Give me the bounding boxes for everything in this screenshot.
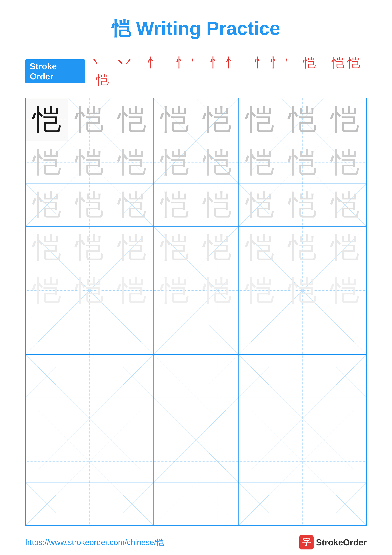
practice-char: 恺 [246, 234, 274, 262]
grid-cell[interactable] [68, 483, 111, 526]
grid-cell[interactable] [153, 440, 196, 483]
grid-cell[interactable]: 恺 [68, 184, 111, 226]
grid-cell[interactable] [281, 355, 324, 397]
grid-cell[interactable] [111, 483, 153, 526]
practice-char: 恺 [288, 105, 317, 134]
grid-cell[interactable] [281, 312, 324, 355]
stroke-order-chars: 丶 丷 忄 忄' 忄忄 忄忄' 恺 恺恺 恺 [90, 54, 379, 88]
grid-cell[interactable]: 恺 [324, 98, 366, 141]
grid-cell[interactable] [324, 440, 366, 483]
grid-cell[interactable]: 恺 [68, 269, 111, 312]
grid-cell[interactable]: 恺 [153, 184, 196, 226]
stroke-order-row: Stroke Order 丶 丷 忄 忄' 忄忄 忄忄' 恺 恺恺 恺 [25, 54, 379, 88]
grid-cell[interactable] [68, 355, 111, 397]
grid-cell[interactable]: 恺 [324, 226, 366, 269]
practice-char: 恺 [33, 276, 61, 305]
grid-cell[interactable]: 恺 [196, 184, 239, 226]
grid-cell[interactable]: 恺 [324, 184, 366, 226]
footer-logo: 字 StrokeOrder [299, 535, 367, 549]
practice-char: 恺 [161, 276, 189, 305]
grid-cell[interactable] [196, 440, 239, 483]
grid-cell[interactable] [196, 397, 239, 440]
practice-char: 恺 [161, 148, 189, 176]
grid-cell[interactable] [239, 483, 281, 526]
practice-char: 恺 [246, 148, 274, 176]
grid-cell[interactable]: 恺 [111, 141, 153, 184]
grid-cell[interactable]: 恺 [281, 141, 324, 184]
grid-cell[interactable]: 恺 [68, 98, 111, 141]
grid-cell[interactable] [111, 312, 153, 355]
grid-cell[interactable] [153, 355, 196, 397]
grid-cell[interactable] [111, 440, 153, 483]
grid-cell[interactable] [281, 483, 324, 526]
grid-cell[interactable]: 恺 [68, 141, 111, 184]
practice-char: 恺 [331, 234, 359, 262]
grid-cell[interactable]: 恺 [153, 226, 196, 269]
grid-cell[interactable] [324, 312, 366, 355]
grid-cell[interactable]: 恺 [26, 184, 68, 226]
grid-cell[interactable]: 恺 [281, 269, 324, 312]
grid-cell[interactable] [239, 355, 281, 397]
grid-cell[interactable] [239, 397, 281, 440]
grid-cell[interactable] [239, 440, 281, 483]
grid-cell[interactable] [281, 440, 324, 483]
grid-cell[interactable] [26, 483, 68, 526]
grid-cell[interactable]: 恺 [196, 226, 239, 269]
grid-cell[interactable] [153, 312, 196, 355]
grid-cell[interactable] [196, 355, 239, 397]
grid-cell[interactable]: 恺 [196, 269, 239, 312]
grid-cell[interactable]: 恺 [281, 98, 324, 141]
grid-cell[interactable] [239, 312, 281, 355]
practice-char: 恺 [75, 105, 104, 134]
grid-cell[interactable]: 恺 [111, 98, 153, 141]
grid-cell[interactable]: 恺 [196, 98, 239, 141]
grid-cell[interactable] [26, 312, 68, 355]
practice-char: 恺 [118, 276, 146, 305]
footer-url[interactable]: https://www.strokeorder.com/chinese/恺 [25, 537, 164, 548]
grid-cell[interactable]: 恺 [153, 141, 196, 184]
grid-cell[interactable] [324, 397, 366, 440]
grid-cell[interactable]: 恺 [281, 226, 324, 269]
grid-cell[interactable] [26, 355, 68, 397]
grid-cell[interactable]: 恺 [68, 226, 111, 269]
practice-char: 恺 [33, 191, 61, 219]
grid-cell[interactable]: 恺 [324, 141, 366, 184]
grid-cell[interactable]: 恺 [196, 141, 239, 184]
grid-cell[interactable]: 恺 [324, 269, 366, 312]
grid-cell[interactable]: 恺 [239, 269, 281, 312]
grid-cell[interactable] [153, 397, 196, 440]
grid-cell[interactable] [68, 440, 111, 483]
grid-cell[interactable]: 恺 [26, 226, 68, 269]
grid-cell[interactable]: 恺 [111, 226, 153, 269]
grid-cell[interactable] [324, 483, 366, 526]
grid-cell[interactable] [196, 312, 239, 355]
grid-cell[interactable] [324, 355, 366, 397]
grid-cell[interactable] [281, 397, 324, 440]
grid-cell[interactable]: 恺 [111, 269, 153, 312]
grid-cell[interactable] [196, 483, 239, 526]
grid-cell[interactable]: 恺 [153, 269, 196, 312]
grid-cell[interactable]: 恺 [111, 184, 153, 226]
grid-cell[interactable]: 恺 [281, 184, 324, 226]
grid-cell[interactable]: 恺 [239, 184, 281, 226]
grid-cell[interactable] [111, 355, 153, 397]
grid-cell[interactable]: 恺 [26, 141, 68, 184]
practice-char: 恺 [246, 105, 274, 134]
practice-char: 恺 [246, 276, 274, 305]
grid-cell[interactable]: 恺 [26, 269, 68, 312]
grid-cell[interactable] [111, 397, 153, 440]
practice-char: 恺 [203, 191, 231, 219]
grid-cell[interactable]: 恺 [26, 98, 68, 141]
footer-logo-char: 字 [302, 536, 311, 548]
practice-char: 恺 [75, 234, 104, 262]
grid-cell[interactable]: 恺 [239, 98, 281, 141]
grid-cell[interactable] [68, 312, 111, 355]
grid-cell[interactable] [68, 397, 111, 440]
grid-cell[interactable] [153, 483, 196, 526]
grid-cell[interactable]: 恺 [239, 141, 281, 184]
grid-cell[interactable]: 恺 [239, 226, 281, 269]
practice-char: 恺 [118, 148, 146, 176]
grid-cell[interactable] [26, 440, 68, 483]
grid-cell[interactable]: 恺 [153, 98, 196, 141]
grid-cell[interactable] [26, 397, 68, 440]
